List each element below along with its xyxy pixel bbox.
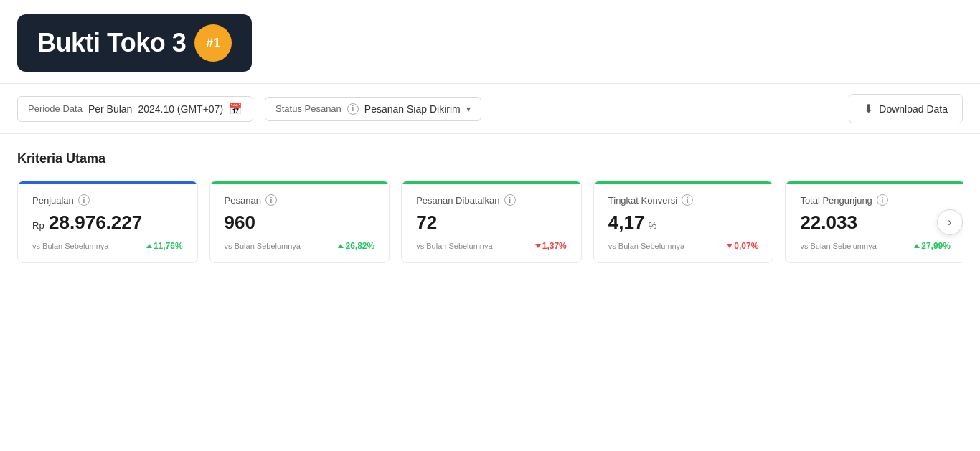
penjualan-prefix: Rp	[32, 220, 44, 231]
penjualan-footer: vs Bulan Sebelumnya 11,76%	[32, 241, 183, 251]
pesanan-label: Pesanan	[225, 195, 261, 206]
penjualan-info-icon[interactable]: i	[78, 194, 90, 206]
tingkat-konversi-change-value: 0,07%	[734, 241, 758, 251]
total-pengunjung-info-icon[interactable]: i	[877, 194, 888, 206]
status-value: Pesanan Siap Dikirim	[364, 103, 461, 115]
total-pengunjung-label: Total Pengunjung	[800, 195, 872, 206]
periode-label: Periode Data	[28, 103, 83, 114]
chevron-right-icon: ›	[948, 216, 951, 229]
main-content: Kriteria Utama Penjualan i Rp 28.976.227…	[0, 134, 980, 280]
pesanan-value-row: 960	[225, 212, 375, 234]
calendar-icon: 📅	[229, 103, 242, 115]
change-down-icon	[535, 244, 541, 248]
pesanan-dibatalkan-vs-label: vs Bulan Sebelumnya	[416, 242, 492, 250]
tingkat-konversi-label: Tingkat Konversi	[608, 195, 677, 206]
rank-label: #1	[206, 36, 220, 51]
tingkat-konversi-unit: %	[649, 220, 657, 231]
filter-bar: Periode Data Per Bulan 2024.10 (GMT+07) …	[0, 83, 980, 134]
status-label: Status Pesanan	[275, 103, 341, 114]
metric-card-penjualan: Penjualan i Rp 28.976.227 vs Bulan Sebel…	[17, 181, 198, 263]
tingkat-konversi-vs-label: vs Bulan Sebelumnya	[608, 242, 684, 250]
penjualan-change-value: 11,76%	[154, 241, 183, 251]
metric-card-pesanan-dibatalkan: Pesanan Dibatalkan i 72 vs Bulan Sebelum…	[401, 181, 582, 263]
tingkat-konversi-value-row: 4,17 %	[608, 212, 759, 234]
tingkat-konversi-info-icon[interactable]: i	[682, 194, 693, 206]
pesanan-change-badge: 26,82%	[338, 241, 374, 251]
tingkat-konversi-change-badge: 0,07%	[727, 241, 758, 251]
penjualan-vs-label: vs Bulan Sebelumnya	[32, 242, 108, 250]
header: Bukti Toko 3 #1	[0, 0, 980, 83]
tingkat-konversi-value: 4,17	[608, 212, 645, 233]
penjualan-value: 28.976.227	[49, 212, 142, 233]
total-pengunjung-value-row: 22.033	[800, 212, 951, 234]
pesanan-value: 960	[225, 212, 255, 233]
tingkat-konversi-header: Tingkat Konversi i	[608, 194, 759, 206]
pesanan-header: Pesanan i	[225, 194, 375, 206]
status-info-icon[interactable]: i	[347, 103, 359, 115]
status-filter-group[interactable]: Status Pesanan i Pesanan Siap Dikirim ▾	[265, 97, 481, 121]
download-icon: ⬇	[864, 102, 873, 115]
pesanan-dibatalkan-label: Pesanan Dibatalkan	[416, 195, 499, 206]
brand-badge: Bukti Toko 3 #1	[17, 14, 252, 72]
carousel-next-button[interactable]: ›	[937, 209, 963, 235]
change-up-icon	[146, 244, 152, 248]
section-title: Kriteria Utama	[17, 151, 963, 166]
pesanan-dibatalkan-footer: vs Bulan Sebelumnya 1,37%	[416, 241, 567, 251]
penjualan-change-badge: 11,76%	[146, 241, 183, 251]
pesanan-footer: vs Bulan Sebelumnya 26,82%	[225, 241, 375, 251]
per-bulan-label: Per Bulan	[88, 103, 132, 115]
penjualan-header: Penjualan i	[32, 194, 183, 206]
pesanan-dibatalkan-value-row: 72	[416, 212, 567, 234]
total-pengunjung-change-value: 27,99%	[921, 241, 951, 251]
change-up-icon	[338, 244, 344, 248]
penjualan-value-row: Rp 28.976.227	[32, 212, 183, 234]
pesanan-dibatalkan-value: 72	[416, 212, 437, 233]
metrics-row: Penjualan i Rp 28.976.227 vs Bulan Sebel…	[17, 181, 963, 263]
date-value: 2024.10 (GMT+07)	[138, 103, 223, 115]
periode-filter-group[interactable]: Periode Data Per Bulan 2024.10 (GMT+07) …	[17, 96, 253, 122]
total-pengunjung-vs-label: vs Bulan Sebelumnya	[800, 242, 876, 250]
pesanan-dibatalkan-header: Pesanan Dibatalkan i	[416, 194, 567, 206]
metric-card-pesanan: Pesanan i 960 vs Bulan Sebelumnya 26,82%	[209, 181, 390, 263]
download-button[interactable]: ⬇ Download Data	[849, 94, 963, 123]
pesanan-dibatalkan-change-value: 1,37%	[542, 241, 567, 251]
rank-badge: #1	[194, 24, 232, 62]
change-up-icon	[914, 244, 920, 248]
brand-title: Bukti Toko 3	[37, 28, 186, 58]
total-pengunjung-footer: vs Bulan Sebelumnya 27,99%	[800, 241, 951, 251]
tingkat-konversi-footer: vs Bulan Sebelumnya 0,07%	[608, 241, 759, 251]
metric-card-tingkat-konversi: Tingkat Konversi i 4,17 % vs Bulan Sebel…	[593, 181, 774, 263]
pesanan-dibatalkan-change-badge: 1,37%	[535, 241, 567, 251]
total-pengunjung-header: Total Pengunjung i	[800, 194, 951, 206]
download-label: Download Data	[879, 103, 948, 115]
metric-card-total-pengunjung: Total Pengunjung i 22.033 vs Bulan Sebel…	[785, 181, 963, 263]
penjualan-label: Penjualan	[32, 195, 74, 206]
total-pengunjung-change-badge: 27,99%	[914, 241, 951, 251]
pesanan-change-value: 26,82%	[345, 241, 374, 251]
pesanan-dibatalkan-info-icon[interactable]: i	[504, 194, 516, 206]
pesanan-vs-label: vs Bulan Sebelumnya	[225, 242, 301, 250]
total-pengunjung-value: 22.033	[800, 212, 857, 233]
change-down-icon	[727, 244, 732, 248]
chevron-down-icon: ▾	[466, 104, 471, 114]
pesanan-info-icon[interactable]: i	[265, 194, 277, 206]
